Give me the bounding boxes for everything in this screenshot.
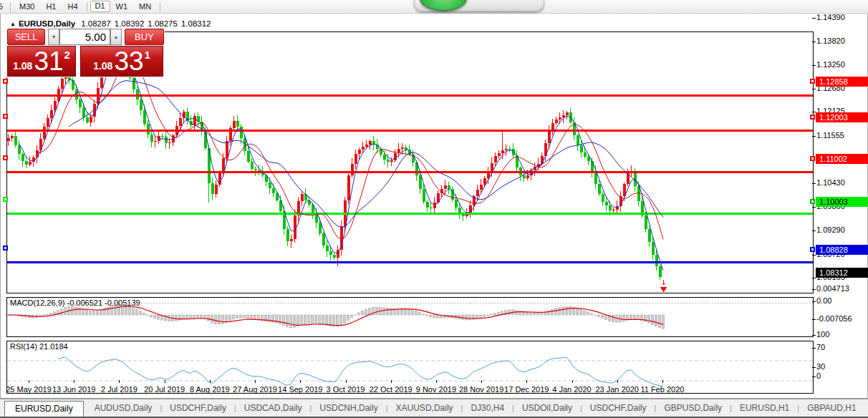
chart-tabs: EURUSD,DailyAUDUSD,Daily|USDCHF,Daily|US… xyxy=(0,399,868,418)
collapse-triangle-icon[interactable]: ▲ xyxy=(10,21,16,27)
buy-price-pip: 1 xyxy=(145,49,150,61)
chart-tab-eurusd-daily[interactable]: EURUSD,Daily xyxy=(4,401,84,417)
chart-tab-usdcad-daily[interactable]: USDCAD,Daily xyxy=(236,401,310,415)
chart-tab-usdcnh-daily[interactable]: USDCNH,Daily xyxy=(312,401,385,415)
symbol-period-label: EURUSD,Daily xyxy=(19,19,75,28)
chart-tab-usdoil-daily[interactable]: USDOil,Daily xyxy=(514,401,580,415)
quote-close: 1.08312 xyxy=(181,19,211,28)
sell-price-button[interactable]: 1.08312 xyxy=(7,46,76,77)
buy-price-big: 33 xyxy=(114,48,143,74)
rsi-label: RSI(14) 21.0184 xyxy=(10,342,68,351)
volume-increase-button[interactable]: ▲ xyxy=(110,29,122,45)
chart-tab-xauusd-daily[interactable]: XAUUSD,Daily xyxy=(388,401,461,415)
mt4-application: 5M30H1H4D1W1MN MACD(12,26,9) -0.006521 -… xyxy=(0,0,868,418)
timeframe-button-h1[interactable]: H1 xyxy=(40,1,62,12)
timeframe-button-d1[interactable]: D1 xyxy=(90,1,110,12)
chart-tab-dj30-h4[interactable]: DJ30,H4 xyxy=(463,401,512,415)
chart-tab-audusd-daily[interactable]: AUDUSD,Daily xyxy=(87,401,160,415)
buy-price-prefix: 1.08 xyxy=(93,60,112,72)
chart-tab-usdchf-daily[interactable]: USDCHF,Daily xyxy=(582,401,655,415)
timeframe-button-5[interactable]: 5 xyxy=(0,1,7,12)
sell-button[interactable]: SELL xyxy=(7,29,45,45)
macd-label: MACD(12,26,9) -0.006521 -0.005139 xyxy=(10,298,140,307)
volume-input[interactable] xyxy=(59,29,110,45)
sell-price-pip: 2 xyxy=(64,49,70,61)
toolbar-separator xyxy=(10,2,11,11)
up-arrow-icon: ▲ xyxy=(113,34,118,39)
sell-price-big: 31 xyxy=(34,48,63,74)
buy-price-button[interactable]: 1.08331 xyxy=(80,46,163,77)
chart-title: ▲EURUSD,Daily1.082871.083921.082751.0831… xyxy=(10,19,214,28)
toolbar-separator xyxy=(160,2,160,11)
quote-low: 1.08275 xyxy=(148,19,178,28)
down-arrow-icon: ▼ xyxy=(52,34,57,39)
macd-pane[interactable]: MACD(12,26,9) -0.006521 -0.005139 xyxy=(6,297,814,337)
rsi-chart xyxy=(7,341,813,393)
buy-button[interactable]: BUY xyxy=(125,29,164,45)
quote-open: 1.08287 xyxy=(81,19,111,28)
timeframe-button-mn[interactable]: MN xyxy=(133,1,157,12)
timeframe-button-m30[interactable]: M30 xyxy=(14,1,40,12)
timeframe-button-h4[interactable]: H4 xyxy=(62,1,83,12)
sell-price-prefix: 1.08 xyxy=(13,60,32,72)
toolbar-separator xyxy=(87,2,87,11)
chart-tab-eurusd-h1[interactable]: EURUSD,H1 xyxy=(732,401,797,415)
volume-decrease-button[interactable]: ▼ xyxy=(48,29,59,45)
chart-tab-gbpaud-h1[interactable]: GBPAUD,H1 xyxy=(799,401,864,415)
timeframe-button-w1[interactable]: W1 xyxy=(110,1,134,12)
chart-tab-gbpusd-daily[interactable]: GBPUSD,Daily xyxy=(656,401,730,415)
rsi-pane[interactable]: RSI(14) 21.0184 xyxy=(6,341,814,394)
chart-tab-usdchf-daily[interactable]: USDCHF,Daily xyxy=(162,401,234,415)
quote-high: 1.08392 xyxy=(115,19,145,28)
one-click-trading-panel: SELL ▼ ▲ BUY 1.08312 1.08331 xyxy=(6,29,165,77)
